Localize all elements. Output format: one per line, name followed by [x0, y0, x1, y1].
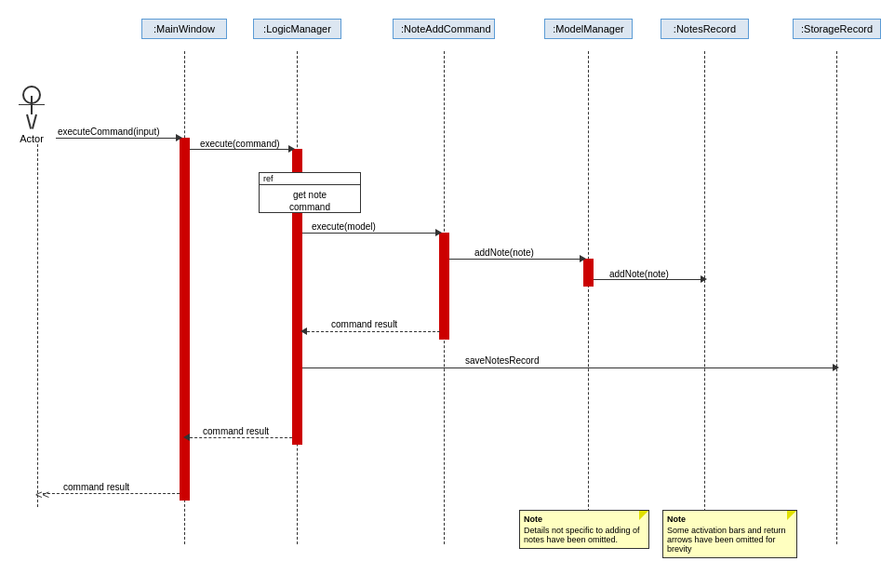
arrow-addnote	[449, 259, 583, 260]
arrow-execute-command2	[190, 149, 292, 150]
label-cmd-result2: command result	[203, 426, 269, 436]
label-execute-command: executeCommand(input)	[58, 127, 160, 137]
arrowhead-execute-model	[435, 229, 442, 236]
lifeline-model	[588, 51, 589, 544]
activation-bar-noteadd	[439, 233, 449, 340]
actor-label: Actor	[19, 133, 45, 144]
note-title-1: Note	[524, 514, 645, 524]
actor-lifeline	[37, 144, 38, 507]
activation-bar-model	[583, 259, 594, 287]
arrow-addnote2	[594, 279, 704, 280]
label-addnote: addNote(note)	[474, 247, 534, 258]
note-box-2: Note Some activation bars and return arr…	[662, 510, 797, 558]
label-cmd-result3: command result	[63, 482, 129, 492]
lifeline-box-storagerec: :StorageRecord	[793, 19, 881, 39]
actor: Actor	[19, 86, 45, 144]
arrow-cmd-result3	[43, 493, 180, 494]
note-content-2: Some activation bars and return arrows h…	[667, 526, 793, 554]
activation-bar-main	[180, 138, 190, 501]
arrow-cmd-result2	[190, 437, 292, 438]
ref-box: ref get notecommand	[259, 172, 361, 213]
arrowhead-addnote	[580, 255, 586, 262]
label-cmd-result1: command result	[331, 319, 397, 329]
arrow-execute-model	[302, 233, 439, 234]
arrow-cmd-result1	[307, 331, 440, 332]
label-addnote2: addNote(note)	[609, 269, 669, 279]
arrow-execute-command	[56, 138, 180, 139]
arrowhead-execute-command2	[288, 145, 295, 153]
ref-content: get notecommand	[260, 185, 360, 217]
lifeline-box-noteadd: :NoteAddCommand	[393, 19, 495, 39]
lifeline-storagerec	[836, 51, 837, 544]
arrowhead-cmd-result1	[300, 327, 307, 335]
lifeline-box-main: :MainWindow	[141, 19, 227, 39]
arrowhead-savenotes	[833, 364, 839, 371]
ref-label: ref	[260, 173, 360, 185]
arrow-savenotes	[302, 368, 836, 368]
note-box-1: Note Details not specific to adding of n…	[519, 510, 649, 549]
note-content-1: Details not specific to adding of notes …	[524, 526, 645, 544]
diagram: Actor :MainWindow :LogicManager :NoteAdd…	[0, 0, 881, 588]
arrowhead-cmd-result2	[183, 434, 190, 441]
lifeline-box-model: :ModelManager	[544, 19, 633, 39]
label-execute-model: execute(model)	[312, 221, 376, 232]
lifeline-box-notesrec: :NotesRecord	[661, 19, 749, 39]
lifeline-notesrec	[704, 51, 705, 544]
note-title-2: Note	[667, 514, 793, 524]
lifeline-box-logic: :LogicManager	[253, 19, 341, 39]
label-savenotes: saveNotesRecord	[465, 355, 539, 366]
arrowhead-addnote2	[701, 275, 707, 283]
label-execute-command2: execute(command)	[200, 139, 280, 149]
arrowhead-execute-command	[176, 134, 182, 141]
arrowhead-cmd-result3: <<	[35, 488, 49, 501]
